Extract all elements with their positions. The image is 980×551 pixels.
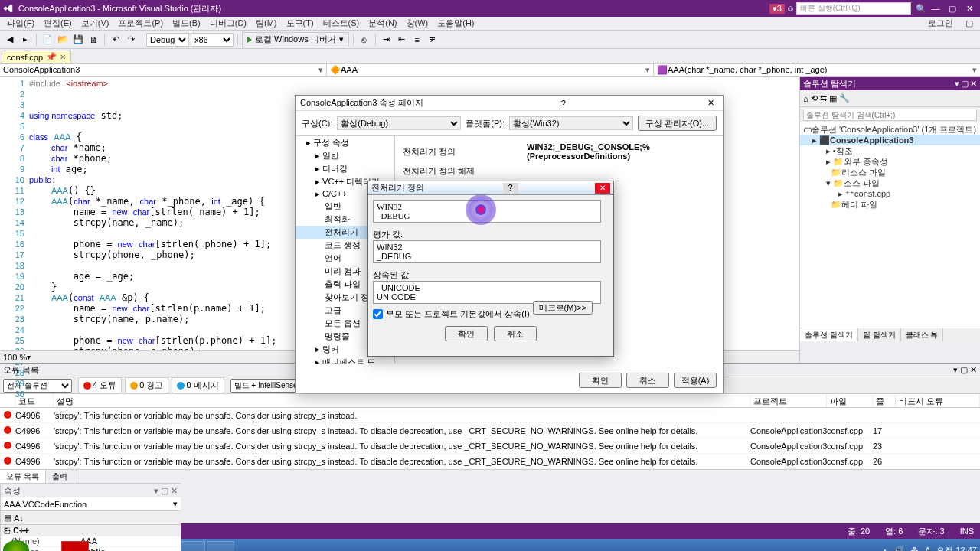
menu-help[interactable]: 도움말(H) (433, 16, 479, 31)
alpha-icon[interactable]: A↓ (14, 514, 24, 523)
subdialog-cancel-button[interactable]: 취소 (494, 326, 537, 341)
error-row[interactable]: C4996'strcpy': This function or variable… (0, 423, 980, 439)
nav-fwd-button[interactable]: ▸ (18, 33, 32, 47)
project-node[interactable]: ▸ ⬛ ConsoleApplication3 (800, 135, 980, 145)
filter-warnings[interactable]: 0 경고 (125, 377, 168, 393)
indent-button[interactable]: ⇥ (380, 33, 394, 47)
tab-output[interactable]: 출력 (46, 470, 74, 483)
props-category[interactable]: ⊟ C++ (1, 525, 181, 536)
platform-combo[interactable]: 활성(Win32) (509, 116, 633, 130)
panel-close-icon[interactable]: ✕ (970, 79, 977, 89)
props-icon[interactable]: 🔧 (839, 93, 850, 103)
dialog-close-icon[interactable]: ✕ (703, 98, 718, 108)
open-button[interactable]: 📂 (56, 33, 70, 47)
error-row[interactable]: C4996'strcpy': This function or variable… (0, 439, 980, 454)
errorlist-body[interactable]: C4996'strcpy': This function or variable… (0, 408, 980, 469)
prop-grid-row[interactable]: 전처리기 정의WIN32;_DEBUG;_CONSOLE;%(Preproces… (400, 141, 718, 162)
tab-team[interactable]: 팀 탐색기 (858, 328, 901, 341)
tree-node[interactable]: ▸ 매니페스트 도 (296, 356, 394, 364)
macros-button[interactable]: 매크로(M)>> (533, 301, 593, 315)
nav-back-button[interactable]: ◀ (3, 33, 17, 47)
res-node[interactable]: 📁 리소스 파일 (800, 167, 980, 178)
undo-button[interactable]: ↶ (109, 33, 122, 47)
nav-class[interactable]: 🔶 AAA▾ (327, 64, 654, 76)
task-other[interactable] (207, 541, 234, 551)
home-icon[interactable]: ⌂ (803, 94, 808, 103)
refresh-icon[interactable]: ⟲ (811, 93, 818, 103)
platform-select[interactable]: x86 (191, 33, 234, 47)
notification-badge[interactable]: ▾3 (769, 4, 785, 14)
menu-file[interactable]: 파일(F) (2, 16, 39, 31)
error-row[interactable]: C4996'strcpy': This function or variable… (0, 408, 980, 423)
menu-team[interactable]: 팀(M) (251, 16, 282, 31)
start-debug-button[interactable]: 로컬 Windows 디버거 ▾ (242, 32, 349, 47)
new-project-button[interactable]: 📄 (41, 33, 54, 47)
menu-edit[interactable]: 편집(E) (39, 16, 77, 31)
panel-menu-icon[interactable]: ▾ (955, 79, 959, 89)
src-file[interactable]: ▸ ⁺⁺ consf.cpp (800, 188, 980, 199)
subdialog-help-icon[interactable]: ? (503, 183, 518, 194)
system-tray[interactable]: ▴ 🔊 🖧 A 오전 12:47 (883, 545, 977, 552)
tray-lang-icon[interactable]: A (925, 546, 930, 551)
task-vs[interactable] (149, 541, 176, 551)
close-button[interactable]: ✕ (962, 3, 977, 14)
minimize-button[interactable]: ― (928, 3, 943, 14)
login-link[interactable]: 로그인 (923, 16, 958, 31)
inherit-checkbox[interactable] (373, 309, 383, 319)
task-record[interactable] (61, 541, 89, 551)
search-icon[interactable]: 🔍 (916, 4, 926, 14)
task-chrome[interactable] (178, 541, 205, 551)
filter-errors[interactable]: 4 오류 (78, 377, 122, 393)
tray-network-icon[interactable]: 🖧 (910, 546, 919, 551)
filter-messages[interactable]: 0 메시지 (172, 377, 224, 393)
definitions-editbox[interactable]: WIN32 _DEBUG (373, 200, 601, 223)
menu-analyze[interactable]: 분석(N) (364, 16, 401, 31)
config-select[interactable]: Debug (146, 33, 189, 47)
nav-member[interactable]: 🟪 AAA(char *_name, char *_phone, int _ag… (654, 64, 980, 76)
showall-icon[interactable]: ▦ (829, 93, 837, 103)
ext-node[interactable]: ▸ 📁 외부 종속성 (800, 156, 980, 167)
file-tab[interactable]: consf.cpp 📌 ✕ (2, 51, 71, 63)
menu-build[interactable]: 빌드(B) (168, 16, 205, 31)
sync-icon[interactable]: ⇆ (820, 93, 827, 103)
properties-object[interactable]: AAA VCCodeFunction▾ (1, 497, 181, 511)
categorize-icon[interactable]: ▤ (4, 513, 11, 523)
redo-button[interactable]: ↷ (124, 33, 138, 47)
save-button[interactable]: 💾 (71, 33, 85, 47)
refs-node[interactable]: ▸ ▪ 참조 (800, 145, 980, 156)
tab-pin-icon[interactable]: 📌 (46, 52, 57, 62)
prop-grid-row[interactable]: 전처리기 정의 해제 (400, 164, 718, 178)
solution-tree[interactable]: 🗃 솔루션 'ConsoleApplication3' (1개 프로젝트) ▸ … (800, 122, 980, 328)
uncomment-button[interactable]: ≢ (426, 33, 439, 47)
menu-test[interactable]: 테스트(S) (318, 16, 364, 31)
menu-view[interactable]: 보기(V) (77, 16, 114, 31)
tree-node[interactable]: ▸ 구성 속성 (296, 136, 394, 149)
panel-pin-icon[interactable]: ▢ (961, 79, 969, 89)
tree-node[interactable]: ▸ 일반 (296, 149, 394, 162)
task-ie[interactable] (90, 541, 118, 551)
tray-time[interactable]: 오전 12:47 (936, 545, 977, 552)
solution-search-input[interactable] (803, 109, 977, 121)
login-avatar-icon[interactable]: ▢ (961, 17, 978, 30)
subdialog-ok-button[interactable]: 확인 (445, 326, 488, 341)
menu-debug[interactable]: 디버그(D) (205, 16, 251, 31)
error-row[interactable]: C4996'strcpy': This function or variable… (0, 454, 980, 469)
tray-arrow-icon[interactable]: ▴ (883, 546, 887, 552)
config-manager-button[interactable]: 구성 관리자(O)... (638, 116, 717, 131)
step-button[interactable]: ⎋ (358, 33, 371, 47)
modal-cancel-button[interactable]: 취소 (626, 373, 669, 388)
feedback-icon[interactable]: ☺ (786, 4, 795, 13)
tab-close-icon[interactable]: ✕ (60, 53, 66, 61)
solution-root[interactable]: 🗃 솔루션 'ConsoleApplication3' (1개 프로젝트) (800, 124, 980, 135)
menu-window[interactable]: 창(W) (402, 16, 433, 31)
tree-node[interactable]: ▸ 디버깅 (296, 162, 394, 175)
dialog-help-icon[interactable]: ? (556, 99, 571, 108)
src-node[interactable]: ▾ 📁 소스 파일 (800, 178, 980, 188)
menu-tools[interactable]: 도구(T) (282, 16, 318, 31)
hdr-node[interactable]: 📁 헤더 파일 (800, 199, 980, 210)
outdent-button[interactable]: ⇤ (395, 33, 409, 47)
save-all-button[interactable]: 🗎 (87, 33, 100, 47)
tab-solution[interactable]: 솔루션 탐색기 (800, 328, 858, 341)
nav-scope[interactable]: ConsoleApplication3▾ (0, 64, 327, 76)
tab-classview[interactable]: 클래스 뷰 (901, 328, 944, 341)
